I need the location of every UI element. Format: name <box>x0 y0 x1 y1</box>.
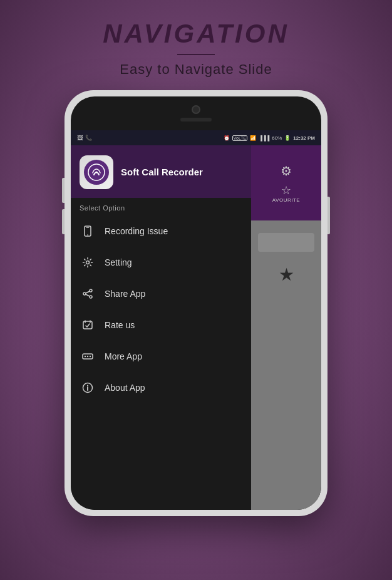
menu-item-rate[interactable]: Rate us <box>71 309 251 341</box>
svg-point-15 <box>85 356 86 357</box>
content-block-1 <box>258 233 314 252</box>
drawer-header: Soft Call Recorder <box>71 145 251 198</box>
drawer-menu-list: Recording Issue Setting <box>71 215 251 510</box>
svg-point-16 <box>87 356 88 357</box>
svg-point-4 <box>87 234 88 236</box>
photo-status-icon: 🖼 <box>77 135 83 141</box>
app-name-label: Soft Call Recorder <box>121 167 203 178</box>
more-app-label: More App <box>105 351 142 361</box>
svg-point-8 <box>90 296 92 298</box>
power-button <box>328 197 330 234</box>
right-panel: ⚙ ☆ AVOURITE ★ <box>251 145 321 510</box>
more-icon <box>80 348 96 365</box>
about-app-label: About App <box>105 383 145 393</box>
menu-item-recording[interactable]: Recording Issue <box>71 215 251 247</box>
svg-point-6 <box>90 289 92 292</box>
menu-item-about[interactable]: About App <box>71 372 251 403</box>
camera-dot <box>192 105 200 114</box>
phone-outline-icon <box>80 223 96 239</box>
share-app-label: Share App <box>105 289 145 299</box>
app-content: Soft Call Recorder Select Option <box>71 145 321 510</box>
svg-rect-11 <box>83 321 92 329</box>
menu-item-share[interactable]: Share App <box>71 278 251 309</box>
rate-icon <box>80 317 96 333</box>
svg-point-1 <box>96 172 98 173</box>
favourite-label: AVOURITE <box>272 197 300 203</box>
info-icon <box>80 380 96 396</box>
recording-issue-label: Recording Issue <box>105 226 168 236</box>
speaker-grille <box>180 118 212 122</box>
right-panel-content: ★ <box>251 220 321 510</box>
signal-bars: ▐▐▐ <box>259 135 269 141</box>
right-gear-icon[interactable]: ⚙ <box>281 163 292 179</box>
svg-point-5 <box>86 261 90 264</box>
volume-up-button <box>62 178 64 203</box>
menu-item-setting[interactable]: Setting <box>71 247 251 278</box>
svg-line-9 <box>86 291 90 293</box>
status-bar: 🖼 📞 ⏰ VoLTE 📶 ▐▐▐ 60% 🔋 12:32 PM <box>71 130 321 145</box>
phone-status-icon: 📞 <box>85 135 92 141</box>
select-option-label: Select Option <box>71 198 251 215</box>
page-title: NAVIGATION <box>13 19 379 49</box>
phone-top-bar <box>180 105 212 122</box>
battery-icon: 🔋 <box>284 135 291 141</box>
menu-item-more[interactable]: More App <box>71 341 251 372</box>
svg-point-17 <box>90 356 91 357</box>
right-panel-top: ⚙ ☆ AVOURITE <box>251 145 321 220</box>
page-subtitle: Easy to Navigate Slide <box>13 61 379 78</box>
share-icon <box>80 286 96 302</box>
rate-us-label: Rate us <box>105 320 135 330</box>
svg-point-20 <box>87 385 88 386</box>
settings-icon <box>80 254 96 271</box>
sim-icon: 📶 <box>250 135 256 141</box>
svg-point-7 <box>83 293 86 295</box>
alarm-icon: ⏰ <box>224 135 230 141</box>
volume-down-button <box>62 209 64 234</box>
svg-line-10 <box>86 294 90 296</box>
navigation-drawer: Soft Call Recorder Select Option <box>71 145 251 510</box>
favourite-star-icon[interactable]: ☆ <box>281 184 291 197</box>
battery-percent: 60% <box>272 135 282 141</box>
setting-label: Setting <box>105 257 132 267</box>
phone-mockup: 🖼 📞 ⏰ VoLTE 📶 ▐▐▐ 60% 🔋 12:32 PM <box>64 90 328 516</box>
logo-inner-icon <box>84 160 109 185</box>
star-filled-icon: ★ <box>279 264 294 285</box>
volte-indicator: VoLTE <box>232 135 248 141</box>
app-logo <box>80 155 113 189</box>
clock: 12:32 PM <box>293 135 315 141</box>
